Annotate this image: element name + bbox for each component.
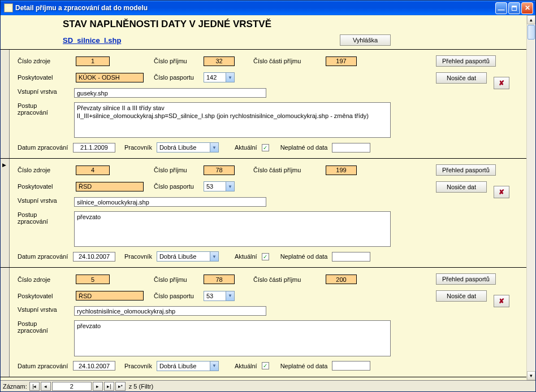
cislo-zdroje-field[interactable] [76,275,110,284]
cislo-zdroje-field[interactable] [76,56,110,66]
cislo-prijmu-field[interactable] [204,56,235,66]
label-cislo-pasportu: Číslo pasportu [154,74,199,81]
datum-zpracovani-field[interactable] [73,361,115,371]
label-cislo-pasportu: Číslo pasportu [154,293,199,299]
scroll-thumb[interactable] [528,25,535,40]
delete-button[interactable]: ✘ [494,77,509,89]
nav-current-input[interactable] [52,382,92,391]
postup-zpracovani-field[interactable]: převzato [74,320,391,356]
datum-zpracovani-field[interactable] [73,143,115,153]
nosice-dat-button[interactable]: Nosiče dat [436,72,487,84]
chevron-down-icon: ▼ [226,73,234,82]
neplatne-od-field[interactable] [332,252,370,262]
label-aktualni: Aktuální [235,363,257,369]
pracovnik-select[interactable]: Dobrá Libuše▼ [157,251,219,262]
scroll-track[interactable] [527,40,535,371]
record-selector[interactable] [1,159,10,267]
label-poskytovatel: Poskytovatel [18,74,71,81]
delete-icon: ✘ [499,79,504,87]
aktualni-checkbox[interactable]: ✓ [262,253,269,260]
record-row: Číslo zdrojeČíslo příjmuČíslo části příj… [1,50,526,159]
layer-link[interactable]: SD_silnice_l.shp [63,36,340,45]
cislo-prijmu-field[interactable] [204,275,235,284]
label-cislo-zdroje: Číslo zdroje [18,167,71,173]
record-row: Číslo zdrojeČíslo příjmuČíslo části příj… [1,268,526,377]
nav-first-button[interactable]: |◂ [29,382,40,391]
neplatne-od-field[interactable] [332,143,370,153]
postup-zpracovani-field[interactable]: Převzaty silnice II a III třídy stav II_… [74,102,391,138]
label-cislo-prijmu: Číslo příjmu [154,276,199,283]
cislo-pasportu-select[interactable]: 53▼ [204,291,235,301]
aktualni-checkbox[interactable]: ✓ [262,362,269,369]
record-selector[interactable] [1,268,10,376]
datum-zpracovani-field[interactable] [73,252,115,262]
cislo-pasportu-select[interactable]: 142▼ [204,72,235,82]
prehled-pasportu-button[interactable]: Přehled pasportů [436,273,496,285]
nosice-dat-button[interactable]: Nosiče dat [436,181,487,193]
label-vstupni-vrstva: Vstupní vrstva [18,197,68,204]
chevron-down-icon: ▼ [210,252,218,261]
cislo-casti-prijmu-field[interactable] [326,56,357,66]
cislo-pasportu-select[interactable]: 53▼ [204,181,235,191]
vstupni-vrstva-field[interactable] [74,197,266,207]
poskytovatel-field[interactable] [76,291,144,300]
chevron-down-icon: ▼ [226,182,234,191]
cislo-zdroje-field[interactable] [76,165,110,175]
app-icon: ▭ [4,3,13,12]
label-datum-zpracovani: Datum zpracování [18,253,68,260]
label-cislo-pasportu: Číslo pasportu [154,183,199,190]
scroll-down-button[interactable]: ▾ [527,371,535,380]
nav-last-button[interactable]: ▸| [104,382,114,391]
label-cislo-prijmu: Číslo příjmu [154,167,199,173]
vyhlaska-button[interactable]: Vyhláška [340,34,391,46]
titlebar[interactable]: ▭ Detail příjmu a zpracování dat do mode… [1,1,535,15]
label-neplatne-od: Neplatné od data [280,144,328,151]
chevron-down-icon: ▼ [210,143,218,152]
label-datum-zpracovani: Datum zpracování [18,144,68,151]
label-cislo-casti-prijmu: Číslo části příjmu [253,58,321,64]
label-vstupni-vrstva: Vstupní vrstva [18,88,68,95]
poskytovatel-field[interactable] [76,182,144,191]
close-button[interactable]: ✕ [521,2,533,14]
minimize-button[interactable]: — [495,2,507,14]
postup-zpracovani-field[interactable]: převzato [74,211,391,247]
cislo-casti-prijmu-field[interactable] [326,165,357,175]
label-postup-zpracovani: Postup zpracování [18,211,68,225]
cislo-casti-prijmu-field[interactable] [326,275,357,284]
pracovnik-select[interactable]: Dobrá Libuše▼ [157,361,219,371]
nav-prev-button[interactable]: ◂ [41,382,51,391]
label-vstupni-vrstva: Vstupní vrstva [18,306,68,313]
poskytovatel-field[interactable] [76,73,144,82]
delete-button[interactable]: ✘ [494,186,509,198]
prehled-pasportu-button[interactable]: Přehled pasportů [436,164,496,176]
vertical-scrollbar[interactable]: ▴ ▾ [526,15,535,380]
label-pracovnik: Pracovník [124,363,152,369]
nosice-dat-button[interactable]: Nosiče dat [436,290,487,302]
pracovnik-select[interactable]: Dobrá Libuše▼ [157,142,219,153]
form-header: STAV NAPLNĚNOSTI DATY V JEDNÉ VRSTVĚ SD_… [1,15,526,50]
aktualni-checkbox[interactable]: ✓ [262,144,269,151]
cislo-prijmu-field[interactable] [204,165,235,175]
label-neplatne-od: Neplatné od data [280,253,328,260]
maximize-button[interactable] [508,2,520,14]
form-content: STAV NAPLNĚNOSTI DATY V JEDNÉ VRSTVĚ SD_… [1,15,526,380]
prehled-pasportu-button[interactable]: Přehled pasportů [436,55,496,67]
label-neplatne-od: Neplatné od data [280,363,328,369]
nav-total: z 5 (Filtr) [129,383,153,390]
delete-button[interactable]: ✘ [494,295,509,307]
delete-icon: ✘ [499,297,504,305]
chevron-down-icon: ▼ [226,291,234,300]
neplatne-od-field[interactable] [332,361,370,371]
nav-new-button[interactable]: ▸* [115,382,126,391]
nav-next-button[interactable]: ▸ [93,382,103,391]
record-selector[interactable] [1,50,10,158]
app-window: ▭ Detail příjmu a zpracování dat do mode… [0,0,536,392]
record-navigator: Záznam: |◂ ◂ ▸ ▸| ▸* z 5 (Filtr) [1,380,535,391]
label-poskytovatel: Poskytovatel [18,183,71,190]
scroll-up-button[interactable]: ▴ [527,15,535,24]
label-pracovnik: Pracovník [124,144,152,151]
label-aktualni: Aktuální [235,253,257,260]
vstupni-vrstva-field[interactable] [74,88,266,98]
window-title: Detail příjmu a zpracování dat do modelu [15,4,495,12]
vstupni-vrstva-field[interactable] [74,306,266,316]
